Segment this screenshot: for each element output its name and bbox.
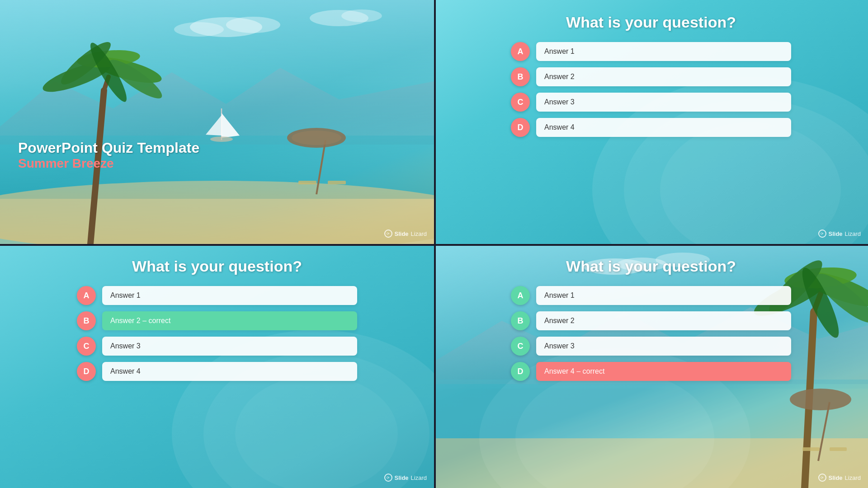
svg-point-19	[292, 131, 341, 145]
q1-title-main: PowerPoint Quiz Template	[18, 139, 199, 156]
svg-point-16	[210, 136, 233, 142]
q3-badge-d: D	[77, 362, 96, 381]
horizontal-divider	[0, 244, 868, 246]
q1-logo: ⟳ SlideLizard	[384, 230, 427, 238]
q4-answers-list: A Answer 1 B Answer 2 C Answer 3 D Answe…	[511, 286, 791, 381]
q4-answer-row-b: B Answer 2	[511, 311, 791, 330]
q4-answer-row-c: C Answer 3	[511, 337, 791, 356]
q3-answer-c[interactable]: Answer 3	[102, 337, 357, 356]
q4-answer-b[interactable]: Answer 2	[536, 311, 791, 330]
q4-badge-c: C	[511, 337, 530, 356]
q4-answer-row-d: D Answer 4 – correct	[511, 362, 791, 381]
q3-answer-row-a: A Answer 1	[77, 286, 357, 305]
quadrant-4-quiz-correct-pink: What is your question? A Answer 1 B Answ…	[434, 244, 868, 488]
q3-answers-list: A Answer 1 B Answer 2 – correct C Answer…	[77, 286, 357, 381]
q4-answer-c[interactable]: Answer 3	[536, 337, 791, 356]
q1-logo-icon: ⟳	[384, 230, 392, 238]
q2-answer-c[interactable]: Answer 3	[536, 93, 791, 112]
q3-answer-d[interactable]: Answer 4	[102, 362, 357, 381]
q4-answer-a[interactable]: Answer 1	[536, 286, 791, 305]
q4-answer-d-correct[interactable]: Answer 4 – correct	[536, 362, 791, 381]
q2-badge-a: A	[511, 42, 530, 61]
q1-logo-bold: Slide	[395, 230, 409, 237]
q4-badge-b: B	[511, 311, 530, 330]
q2-answer-row-d: D Answer 4	[511, 118, 791, 137]
svg-point-26	[341, 9, 382, 22]
q3-badge-a: A	[77, 286, 96, 305]
q2-answer-d[interactable]: Answer 4	[536, 118, 791, 137]
q2-badge-b: B	[511, 67, 530, 86]
svg-rect-20	[298, 181, 316, 184]
q3-answer-row-b: B Answer 2 – correct	[77, 311, 357, 330]
q3-answer-row-c: C Answer 3	[77, 337, 357, 356]
q4-answer-row-a: A Answer 1	[511, 286, 791, 305]
svg-rect-4	[0, 199, 434, 244]
q3-badge-b: B	[77, 311, 96, 330]
q1-title-sub: Summer Breeze	[18, 156, 199, 171]
q2-badge-d: D	[511, 118, 530, 137]
q3-answer-row-d: D Answer 4	[77, 362, 357, 381]
quadrant-2-quiz: What is your question? A Answer 1 B Answ…	[434, 0, 868, 244]
svg-point-23	[226, 17, 280, 33]
q2-answer-b[interactable]: Answer 2	[536, 67, 791, 86]
q2-badge-c: C	[511, 93, 530, 112]
svg-rect-21	[328, 181, 346, 184]
q4-badge-d: D	[511, 362, 530, 381]
q2-answer-row-b: B Answer 2	[511, 67, 791, 86]
q1-scene-svg	[0, 0, 434, 244]
q3-answer-a[interactable]: Answer 1	[102, 286, 357, 305]
q4-quiz-content: What is your question? A Answer 1 B Answ…	[434, 244, 868, 488]
q3-answer-b-correct[interactable]: Answer 2 – correct	[102, 311, 357, 330]
q3-question: What is your question?	[132, 258, 302, 275]
q2-question: What is your question?	[566, 14, 736, 31]
q4-badge-a: A	[511, 286, 530, 305]
q2-quiz-content: What is your question? A Answer 1 B Answ…	[434, 0, 868, 244]
quadrant-3-quiz-correct-green: What is your question? A Answer 1 B Answ…	[0, 244, 434, 488]
quadrant-1-title: PowerPoint Quiz Template Summer Breeze ⟳…	[0, 0, 434, 244]
q2-answer-row-c: C Answer 3	[511, 93, 791, 112]
q4-question: What is your question?	[566, 258, 736, 275]
q3-quiz-content: What is your question? A Answer 1 B Answ…	[0, 244, 434, 488]
q2-answer-a[interactable]: Answer 1	[536, 42, 791, 61]
svg-point-24	[174, 22, 224, 37]
q1-title-container: PowerPoint Quiz Template Summer Breeze	[18, 139, 199, 171]
q2-answer-row-a: A Answer 1	[511, 42, 791, 61]
q3-badge-c: C	[77, 337, 96, 356]
q1-logo-light: Lizard	[411, 230, 427, 237]
q2-answers-list: A Answer 1 B Answer 2 C Answer 3 D Answe…	[511, 42, 791, 137]
